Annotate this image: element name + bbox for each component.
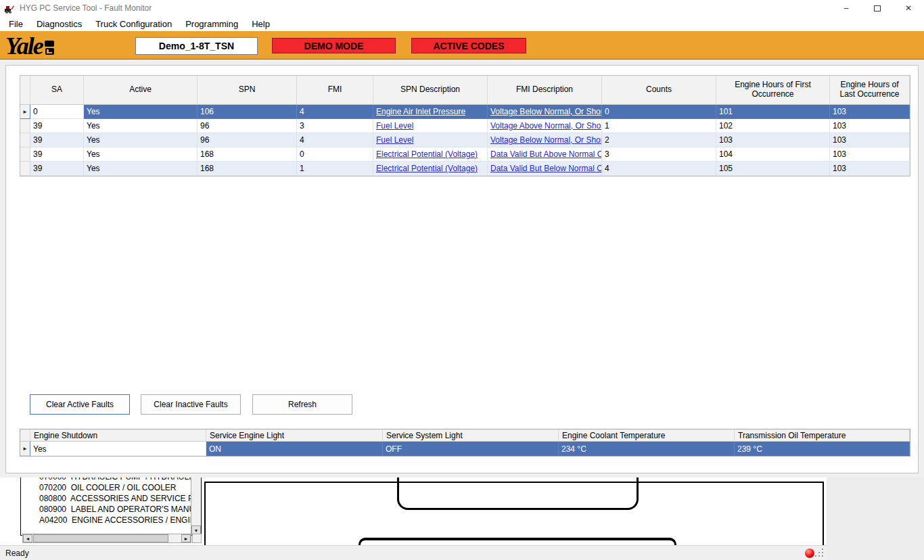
cell-fmi[interactable]: 0	[297, 147, 373, 162]
cell-hours-last[interactable]: 103	[830, 133, 910, 147]
cell-active[interactable]: Yes	[84, 119, 198, 133]
list-item[interactable]: A04200 ENGINE ACCESSORIES / ENGINE	[21, 515, 201, 526]
table-row[interactable]: ► 0 Yes 106 4 Engine Air Inlet Pressure …	[20, 105, 910, 119]
fmi-description-link[interactable]: Voltage Below Normal, Or Short...	[490, 107, 602, 116]
cell-counts[interactable]: 4	[602, 162, 716, 176]
fmi-description-link[interactable]: Voltage Below Normal, Or Short...	[490, 135, 602, 145]
column-header-spn[interactable]: SPN	[198, 76, 297, 105]
refresh-button[interactable]: Refresh	[252, 394, 352, 415]
table-row[interactable]: ► Yes ON OFF 234 °C 239 °C	[20, 442, 910, 456]
column-header-engine-shutdown[interactable]: Engine Shutdown	[30, 429, 206, 442]
column-header-spn-description[interactable]: SPN Description	[373, 76, 488, 105]
row-selector[interactable]: ►	[20, 442, 30, 456]
spn-description-link[interactable]: Fuel Level	[376, 121, 413, 131]
list-item[interactable]: 080800 ACCESSORIES AND SERVICE PAR	[21, 493, 201, 504]
truck-model-box[interactable]: Demo_1-8T_TSN	[135, 37, 258, 55]
cell-hours-first[interactable]: 102	[716, 119, 830, 133]
cell-active[interactable]: Yes	[84, 133, 198, 147]
cell-hours-last[interactable]: 103	[830, 119, 910, 133]
cell-spn[interactable]: 106	[198, 105, 297, 119]
cell-hours-last[interactable]: 103	[830, 147, 910, 162]
menu-truck-configuration[interactable]: Truck Configuration	[89, 17, 179, 31]
resize-grip[interactable]	[815, 549, 825, 558]
maximize-button[interactable]	[862, 0, 893, 16]
cell-engine-coolant-temperature[interactable]: 234 °C	[559, 442, 735, 456]
cell-hours-last[interactable]: 103	[830, 105, 910, 119]
list-item[interactable]: 070200 OIL COOLER / OIL COOLER	[21, 482, 201, 493]
column-header-sa[interactable]: SA	[30, 76, 84, 105]
cell-service-engine-light[interactable]: ON	[206, 442, 383, 456]
column-header-counts[interactable]: Counts	[602, 76, 716, 105]
cell-hours-last[interactable]: 103	[830, 162, 910, 176]
column-header-engine-coolant-temperature[interactable]: Engine Coolant Temperature	[559, 429, 735, 442]
cell-sa[interactable]: 39	[30, 133, 84, 147]
cell-engine-shutdown[interactable]: Yes	[30, 442, 206, 456]
cell-sa[interactable]: 39	[30, 162, 84, 176]
table-row[interactable]: 39 Yes 168 0 Electrical Potential (Volta…	[20, 147, 910, 162]
cell-spn[interactable]: 96	[198, 133, 297, 147]
cell-sa[interactable]: 39	[30, 147, 84, 162]
cell-hours-first[interactable]: 103	[716, 133, 830, 147]
column-header-hours-last[interactable]: Engine Hours of Last Occurrence	[830, 76, 910, 105]
cell-hours-first[interactable]: 101	[716, 105, 830, 119]
cell-fmi[interactable]: 4	[297, 133, 373, 147]
cell-spn[interactable]: 168	[198, 147, 297, 162]
column-header-hours-first[interactable]: Engine Hours of First Occurrence	[716, 76, 830, 105]
cell-fmi[interactable]: 3	[297, 119, 373, 133]
clear-inactive-faults-button[interactable]: Clear Inactive Faults	[141, 394, 241, 415]
close-button[interactable]: ✕	[893, 0, 924, 16]
scrollbar-thumb[interactable]	[33, 534, 168, 542]
spn-description-link[interactable]: Electrical Potential (Voltage)	[376, 164, 478, 173]
fmi-description-link[interactable]: Voltage Above Normal, Or Shor...	[490, 121, 602, 131]
cell-fmi[interactable]: 4	[297, 105, 373, 119]
cell-active[interactable]: Yes	[84, 162, 198, 176]
table-row[interactable]: 39 Yes 96 4 Fuel Level Voltage Below Nor…	[20, 133, 910, 147]
row-selector[interactable]	[20, 119, 30, 133]
cell-transmission-oil-temperature[interactable]: 239 °C	[735, 442, 910, 456]
scroll-right-button[interactable]: ►	[181, 534, 191, 542]
table-row[interactable]: 39 Yes 96 3 Fuel Level Voltage Above Nor…	[20, 119, 910, 133]
spn-description-link[interactable]: Fuel Level	[376, 135, 413, 145]
cell-spn[interactable]: 168	[198, 162, 297, 176]
column-header-service-system-light[interactable]: Service System Light	[383, 429, 559, 442]
cell-hours-first[interactable]: 105	[716, 162, 830, 176]
menu-help[interactable]: Help	[245, 17, 277, 31]
list-item[interactable]: 070000 HYDRAULIC PUMP / HYDRAULIC	[21, 477, 201, 482]
list-item[interactable]: 080900 LABEL AND OPERATOR'S MANUA	[21, 504, 201, 515]
cell-counts[interactable]: 3	[602, 147, 716, 162]
cell-counts[interactable]: 2	[602, 133, 716, 147]
menu-file[interactable]: File	[2, 17, 30, 31]
row-selector[interactable]	[20, 162, 30, 176]
menu-diagnostics[interactable]: Diagnostics	[30, 17, 89, 31]
fmi-description-link[interactable]: Data Valid But Below Normal Op...	[490, 164, 602, 173]
cell-counts[interactable]: 1	[602, 119, 716, 133]
table-row[interactable]: 39 Yes 168 1 Electrical Potential (Volta…	[20, 162, 910, 176]
component-code-list[interactable]: 070000 HYDRAULIC PUMP / HYDRAULIC 070200…	[20, 477, 202, 536]
cell-counts[interactable]: 0	[602, 105, 716, 119]
column-header-active[interactable]: Active	[84, 76, 198, 105]
cell-active[interactable]: Yes	[84, 147, 198, 162]
column-header-transmission-oil-temperature[interactable]: Transmission Oil Temperature	[735, 429, 910, 442]
row-selector[interactable]: ►	[20, 105, 30, 119]
minimize-button[interactable]: –	[831, 0, 862, 16]
cell-sa[interactable]: 39	[30, 119, 84, 133]
cell-sa[interactable]: 0	[30, 105, 84, 119]
horizontal-scrollbar[interactable]: ◄ ►	[22, 534, 191, 543]
spn-description-link[interactable]: Engine Air Inlet Pressure	[376, 107, 465, 116]
cell-spn[interactable]: 96	[198, 119, 297, 133]
vertical-scrollbar[interactable]: ▼	[191, 477, 201, 535]
cell-service-system-light[interactable]: OFF	[383, 442, 559, 456]
column-header-service-engine-light[interactable]: Service Engine Light	[206, 429, 383, 442]
column-header-fmi[interactable]: FMI	[297, 76, 373, 105]
row-selector[interactable]	[20, 147, 30, 162]
cell-hours-first[interactable]: 104	[716, 147, 830, 162]
cell-fmi[interactable]: 1	[297, 162, 373, 176]
scroll-left-button[interactable]: ◄	[23, 534, 32, 542]
cell-active[interactable]: Yes	[84, 105, 198, 119]
clear-active-faults-button[interactable]: Clear Active Faults	[30, 394, 130, 415]
spn-description-link[interactable]: Electrical Potential (Voltage)	[376, 149, 478, 159]
row-selector[interactable]	[20, 133, 30, 147]
menu-programming[interactable]: Programming	[179, 17, 245, 31]
column-header-fmi-description[interactable]: FMI Description	[488, 76, 602, 105]
fmi-description-link[interactable]: Data Valid But Above Normal O...	[490, 149, 602, 159]
